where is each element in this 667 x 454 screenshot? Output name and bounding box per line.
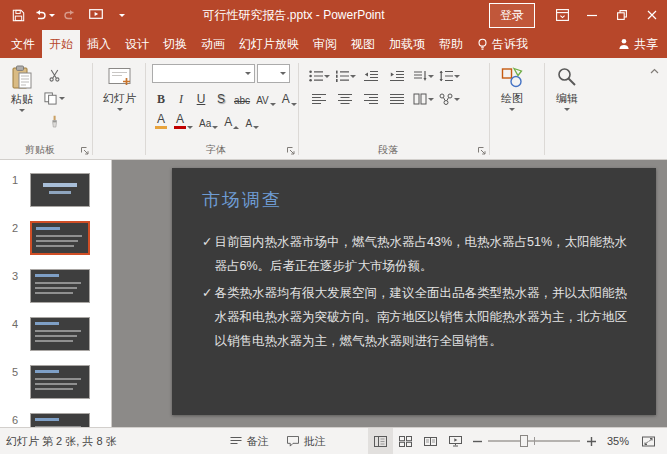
chevron-down-icon [187, 126, 193, 129]
drawing-button[interactable]: 绘图 [494, 61, 530, 113]
editing-button[interactable]: 编辑 [549, 61, 585, 113]
current-slide[interactable]: 市场调查 ✓ 目前国内热水器市场中，燃气热水器占43%，电热水器占51%，太阳能… [172, 168, 656, 415]
cut-button[interactable] [40, 66, 68, 85]
slide-thumbnail-3[interactable] [30, 269, 90, 303]
increase-indent-button[interactable] [385, 67, 409, 85]
ribbon-display-options-button[interactable] [547, 0, 577, 30]
undo-button[interactable] [32, 2, 56, 28]
thumbnail-preview [33, 320, 87, 348]
shapes-icon [500, 65, 524, 89]
font-color-button[interactable]: A [172, 110, 195, 129]
align-center-button[interactable] [333, 90, 357, 108]
titlebar: 可行性研究报告.pptx - PowerPoint 登录 [0, 0, 667, 30]
slide-show-view-button[interactable] [443, 428, 468, 454]
line-spacing-button[interactable] [437, 67, 461, 85]
numbering-button[interactable] [333, 67, 357, 85]
slide-canvas[interactable]: 市场调查 ✓ 目前国内热水器市场中，燃气热水器占43%，电热水器占51%，太阳能… [112, 160, 667, 427]
clipboard-dialog-launcher[interactable] [79, 145, 90, 156]
tell-me-box[interactable]: 告诉我 [470, 30, 535, 58]
collapse-ribbon-button[interactable] [645, 62, 663, 80]
slide-thumbnail-4[interactable] [30, 317, 90, 351]
tab-animations[interactable]: 动画 [194, 30, 232, 58]
tab-transitions[interactable]: 切换 [156, 30, 194, 58]
underline-button[interactable]: U [192, 87, 210, 106]
font-size-combobox[interactable] [257, 64, 290, 83]
customize-qat-button[interactable] [110, 2, 134, 28]
bullet-item: ✓ 目前国内热水器市场中，燃气热水器占43%，电热水器占51%，太阳能热水器占6… [202, 230, 630, 278]
copy-button[interactable] [40, 89, 68, 108]
zoom-slider[interactable] [488, 432, 580, 450]
character-spacing-button[interactable]: AV [254, 87, 278, 106]
tab-file[interactable]: 文件 [4, 30, 42, 58]
share-button[interactable]: 共享 [611, 30, 665, 58]
main-area: 1 2 3 4 5 6 [0, 160, 667, 427]
notes-button[interactable]: 备注 [221, 428, 278, 454]
change-case-button[interactable]: Aa [197, 110, 220, 129]
ribbon-tab-row: 文件 开始 插入 设计 切换 动画 幻灯片放映 审阅 视图 加载项 帮助 告诉我… [0, 30, 667, 58]
restore-button[interactable] [607, 0, 637, 30]
minimize-button[interactable] [577, 0, 607, 30]
editing-group: 编辑 [545, 58, 595, 159]
decrease-font-size-button[interactable]: A [243, 110, 261, 129]
columns-icon [413, 93, 427, 105]
thumbnail-preview [33, 416, 87, 427]
align-left-button[interactable] [307, 90, 331, 108]
slide-thumbnail-5[interactable] [30, 365, 90, 399]
text-effects-button[interactable]: A [280, 87, 299, 106]
zoom-level[interactable]: 35% [600, 435, 636, 447]
new-slide-button[interactable]: 幻灯片 [97, 61, 142, 113]
zoom-slider-handle[interactable] [520, 435, 528, 447]
text-direction-button[interactable] [411, 67, 435, 85]
slide-thumbnail-6[interactable] [30, 413, 90, 427]
tab-home[interactable]: 开始 [42, 30, 80, 58]
tab-view[interactable]: 视图 [344, 30, 382, 58]
align-right-button[interactable] [359, 90, 383, 108]
align-left-icon [312, 93, 326, 105]
increase-font-size-button[interactable]: A [222, 110, 241, 129]
justify-button[interactable] [385, 90, 409, 108]
tab-help[interactable]: 帮助 [432, 30, 470, 58]
tab-review[interactable]: 审阅 [306, 30, 344, 58]
clear-formatting-button[interactable]: A [152, 110, 170, 129]
text-shadow-button[interactable]: S [212, 87, 230, 106]
reading-view-button[interactable] [418, 428, 443, 454]
font-name-combobox[interactable] [152, 64, 255, 83]
bullet-text: 目前国内热水器市场中，燃气热水器占43%，电热水器占51%，太阳能热水器占6%。… [214, 230, 630, 278]
redo-button[interactable] [58, 2, 82, 28]
bold-button[interactable]: B [152, 87, 170, 106]
clipboard-group: 粘贴 剪贴板 [0, 58, 92, 159]
strikethrough-button[interactable]: abc [232, 87, 252, 106]
paste-button[interactable]: 粘贴 [4, 61, 40, 114]
paragraph-dialog-launcher[interactable] [476, 145, 487, 156]
chevron-down-icon [280, 72, 286, 75]
tab-slide-show[interactable]: 幻灯片放映 [232, 30, 306, 58]
slide-thumbnail-1[interactable] [30, 173, 90, 207]
slide-sorter-button[interactable] [393, 428, 418, 454]
chevron-down-icon [119, 14, 125, 17]
save-button[interactable] [6, 2, 30, 28]
fit-to-window-button[interactable] [636, 428, 661, 454]
thumbnail-row: 6 [0, 413, 111, 427]
columns-button[interactable] [411, 90, 435, 108]
comments-button[interactable]: 批注 [278, 428, 335, 454]
format-painter-button[interactable] [40, 112, 68, 131]
slide-body-textbox[interactable]: ✓ 目前国内热水器市场中，燃气热水器占43%，电热水器占51%，太阳能热水器占6… [202, 230, 630, 353]
tab-addins[interactable]: 加载项 [382, 30, 432, 58]
font-dialog-launcher[interactable] [285, 145, 296, 156]
tab-insert[interactable]: 插入 [80, 30, 118, 58]
slide-title[interactable]: 市场调查 [202, 188, 282, 212]
bullets-button[interactable] [307, 67, 331, 85]
start-slideshow-button[interactable] [84, 2, 108, 28]
zoom-in-button[interactable] [582, 428, 600, 454]
tab-design[interactable]: 设计 [118, 30, 156, 58]
close-button[interactable] [637, 0, 667, 30]
slide-show-icon [449, 436, 462, 447]
slide-thumbnail-2[interactable] [30, 221, 90, 255]
normal-view-button[interactable] [368, 428, 393, 454]
decrease-indent-button[interactable] [359, 67, 383, 85]
zoom-out-button[interactable] [468, 428, 486, 454]
convert-to-smartart-button[interactable] [437, 90, 461, 108]
scissors-icon [48, 69, 61, 82]
sign-in-button[interactable]: 登录 [489, 3, 535, 28]
italic-button[interactable]: I [172, 87, 190, 106]
